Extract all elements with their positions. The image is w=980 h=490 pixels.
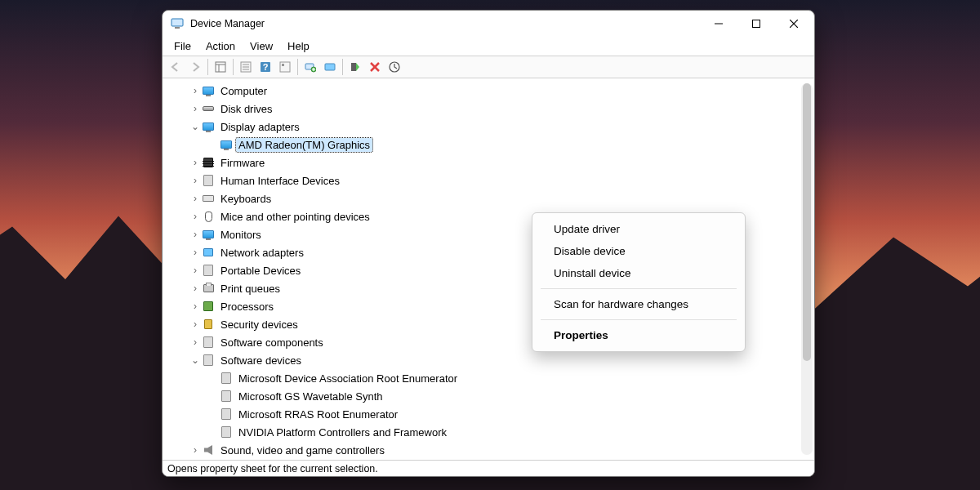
toolbar-forward-button[interactable] bbox=[185, 57, 205, 77]
svg-text:?: ? bbox=[263, 62, 269, 72]
network-icon bbox=[202, 246, 215, 259]
display-adapter-icon bbox=[220, 138, 233, 151]
toolbar-show-hide-tree-button[interactable] bbox=[211, 57, 230, 77]
window-controls bbox=[700, 11, 813, 37]
tree-label: Display adapters bbox=[218, 120, 302, 134]
expand-icon[interactable]: › bbox=[189, 265, 202, 276]
expand-icon[interactable]: › bbox=[189, 175, 202, 186]
toolbar-enable-button[interactable] bbox=[385, 57, 404, 77]
svg-rect-0 bbox=[172, 19, 183, 26]
tree-label: NVIDIA Platform Controllers and Framewor… bbox=[236, 425, 449, 439]
menu-view[interactable]: View bbox=[243, 38, 279, 54]
expand-icon[interactable]: › bbox=[189, 336, 202, 348]
tree-node-disk-drives[interactable]: ›Disk drives bbox=[171, 100, 814, 118]
menu-file[interactable]: File bbox=[167, 38, 198, 54]
tree-label: Network adapters bbox=[218, 246, 306, 260]
expand-icon[interactable]: › bbox=[189, 318, 202, 330]
tree-node-hid[interactable]: ›Human Interface Devices bbox=[171, 172, 814, 189]
expand-icon[interactable]: › bbox=[189, 103, 202, 114]
toolbar-uninstall-button[interactable] bbox=[365, 57, 385, 77]
svg-rect-19 bbox=[325, 64, 335, 70]
toolbar-disable-button[interactable] bbox=[345, 57, 365, 77]
tree-node-ms-rras[interactable]: ›Microsoft RRAS Root Enumerator bbox=[171, 405, 814, 423]
tree-node-amd-radeon[interactable]: ›AMD Radeon(TM) Graphics bbox=[171, 136, 814, 154]
svg-rect-1 bbox=[175, 27, 180, 29]
expand-icon[interactable]: › bbox=[189, 85, 202, 96]
tree-label: Disk drives bbox=[218, 102, 275, 116]
tree-node-display-adapters[interactable]: ⌄Display adapters bbox=[171, 118, 814, 136]
expand-icon[interactable]: › bbox=[189, 283, 202, 294]
tree-label: Computer bbox=[218, 84, 270, 98]
minimize-button[interactable] bbox=[700, 11, 737, 37]
context-menu-update-driver[interactable]: Update driver bbox=[532, 218, 745, 240]
expand-icon[interactable]: › bbox=[189, 229, 202, 240]
status-text: Opens property sheet for the current sel… bbox=[167, 463, 378, 474]
menubar: File Action View Help bbox=[163, 37, 814, 56]
tree-label: Monitors bbox=[218, 228, 264, 242]
display-adapter-icon bbox=[202, 120, 215, 133]
toolbar-separator bbox=[297, 59, 298, 75]
portable-device-icon bbox=[202, 264, 215, 277]
toolbar-update-driver-button[interactable] bbox=[320, 57, 340, 77]
toolbar-action-button[interactable] bbox=[275, 57, 295, 77]
svg-rect-6 bbox=[216, 62, 225, 72]
tree-label: AMD Radeon(TM) Graphics bbox=[236, 138, 372, 152]
svg-rect-20 bbox=[351, 63, 356, 71]
svg-rect-3 bbox=[753, 20, 760, 28]
tree-node-nvidia-platform[interactable]: ›NVIDIA Platform Controllers and Framewo… bbox=[171, 423, 814, 441]
software-component-icon bbox=[202, 336, 215, 349]
expand-icon[interactable]: › bbox=[189, 444, 202, 456]
maximize-button[interactable] bbox=[737, 11, 775, 37]
tree-node-software-devices[interactable]: ⌄Software devices bbox=[171, 351, 814, 369]
tree-node-keyboards[interactable]: ›Keyboards bbox=[171, 189, 814, 207]
expand-icon[interactable]: › bbox=[189, 193, 202, 204]
menu-action[interactable]: Action bbox=[199, 38, 242, 54]
toolbar-separator bbox=[233, 59, 234, 75]
toolbar-scan-button[interactable] bbox=[301, 57, 320, 77]
context-menu-scan[interactable]: Scan for hardware changes bbox=[532, 293, 745, 315]
printer-icon bbox=[202, 282, 215, 295]
app-icon bbox=[171, 17, 184, 30]
context-menu-uninstall-device[interactable]: Uninstall device bbox=[532, 262, 745, 284]
monitor-icon bbox=[202, 228, 215, 241]
software-device-icon bbox=[220, 425, 233, 439]
context-menu-disable-device[interactable]: Disable device bbox=[532, 240, 745, 262]
tree-node-firmware[interactable]: ›Firmware bbox=[171, 154, 814, 172]
hid-icon bbox=[202, 174, 215, 187]
expand-icon[interactable]: › bbox=[189, 301, 202, 312]
tree-label: Software devices bbox=[218, 354, 304, 368]
collapse-icon[interactable]: ⌄ bbox=[189, 121, 202, 132]
svg-rect-15 bbox=[280, 62, 290, 72]
tree-node-computer[interactable]: ›Computer bbox=[171, 82, 814, 100]
collapse-icon[interactable]: ⌄ bbox=[189, 354, 202, 366]
context-menu-separator bbox=[541, 319, 737, 320]
toolbar-properties-button[interactable] bbox=[236, 57, 256, 77]
software-device-icon bbox=[220, 390, 233, 403]
tree-label: Security devices bbox=[218, 318, 301, 332]
vertical-scrollbar[interactable] bbox=[801, 83, 813, 455]
scrollbar-thumb[interactable] bbox=[803, 83, 811, 361]
toolbar-back-button[interactable] bbox=[166, 57, 185, 77]
keyboard-icon bbox=[202, 192, 215, 205]
processor-icon bbox=[202, 300, 215, 313]
tree-node-ms-gs-wavetable[interactable]: ›Microsoft GS Wavetable Synth bbox=[171, 387, 814, 405]
toolbar-separator bbox=[342, 59, 343, 75]
tree-label: Portable Devices bbox=[218, 264, 303, 278]
tree-viewport: ›Computer ›Disk drives ⌄Display adapters… bbox=[163, 78, 814, 460]
toolbar-help-button[interactable]: ? bbox=[256, 57, 275, 77]
tree-node-ms-device-association[interactable]: ›Microsoft Device Association Root Enume… bbox=[171, 369, 814, 387]
device-manager-window: Device Manager File Action View Help ? bbox=[162, 10, 815, 477]
context-menu-separator bbox=[541, 288, 737, 289]
toolbar: ? bbox=[163, 56, 814, 78]
close-button[interactable] bbox=[775, 11, 813, 37]
software-device-icon bbox=[202, 354, 215, 367]
titlebar[interactable]: Device Manager bbox=[163, 11, 814, 37]
tree-node-sound[interactable]: ›Sound, video and game controllers bbox=[171, 441, 814, 459]
expand-icon[interactable]: › bbox=[189, 157, 202, 168]
expand-icon[interactable]: › bbox=[189, 247, 202, 258]
menu-help[interactable]: Help bbox=[281, 38, 316, 54]
expand-icon[interactable]: › bbox=[189, 211, 202, 222]
desktop-wallpaper: Device Manager File Action View Help ? bbox=[0, 0, 980, 490]
tree-label: Mice and other pointing devices bbox=[218, 210, 372, 224]
context-menu-properties[interactable]: Properties bbox=[532, 324, 745, 346]
